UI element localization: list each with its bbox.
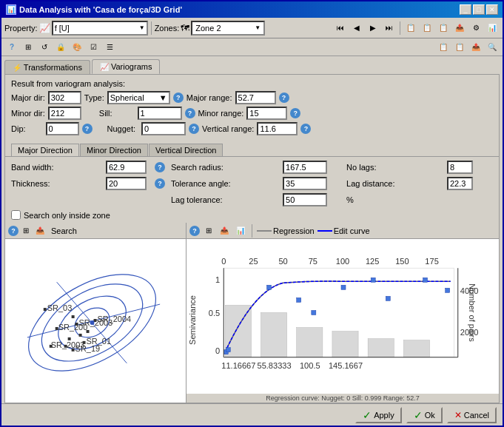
type-combo-arrow: ▼ xyxy=(159,93,167,102)
regression-line-sample xyxy=(257,230,272,232)
no-lags-label: No lags: xyxy=(346,163,443,172)
tolerance-angle-label: Tolerance angle: xyxy=(171,179,278,188)
vertical-range-help-icon[interactable]: ? xyxy=(300,124,311,134)
zoom-button[interactable]: 🔍 xyxy=(485,40,500,55)
type-combo[interactable]: Spherical ▼ xyxy=(107,91,170,104)
ok-check-icon: ✓ xyxy=(414,409,423,421)
svg-rect-57 xyxy=(386,296,390,300)
settings-button[interactable]: ⚙ xyxy=(468,21,483,36)
svg-text:SR_03: SR_03 xyxy=(47,303,72,312)
variogram-icon: 📈 xyxy=(100,63,109,71)
cancel-button[interactable]: ✕ Cancel xyxy=(447,407,497,423)
svg-text:100: 100 xyxy=(336,257,349,266)
lag-tolerance-input[interactable] xyxy=(283,193,327,206)
band-width-help[interactable]: ? xyxy=(155,162,165,172)
export-button[interactable]: 📤 xyxy=(452,21,467,36)
band-width-input[interactable] xyxy=(106,161,147,174)
nav-first-button[interactable]: ⏮ xyxy=(333,21,348,36)
chart-grid-icon[interactable]: ⊞ xyxy=(203,225,215,237)
major-range-help-icon[interactable]: ? xyxy=(279,93,289,103)
major-dir-row: Major dir: Type: Spherical ▼ ? Major ran… xyxy=(11,91,493,104)
major-dir-input[interactable] xyxy=(48,91,81,104)
color-button[interactable]: 🎨 xyxy=(70,40,84,55)
search-export-icon[interactable]: 📤 xyxy=(33,225,47,237)
major-range-input[interactable] xyxy=(235,91,276,104)
nav-last-button[interactable]: ⏭ xyxy=(382,21,397,36)
nugget-help-icon[interactable]: ? xyxy=(189,124,199,134)
copy-button[interactable]: 📋 xyxy=(403,21,418,36)
minor-range-help-icon[interactable]: ? xyxy=(290,108,300,118)
nav-prev-button[interactable]: ◀ xyxy=(349,21,364,36)
zones-combo[interactable]: Zone 2 ▼ xyxy=(191,21,265,36)
paste-button[interactable]: 📋 xyxy=(436,40,451,55)
ok-button[interactable]: ✓ Ok xyxy=(406,407,443,423)
edit-curve-legend-label: Edit curve xyxy=(334,226,370,235)
property-toolbar: Property: 📈 f [U] ▼ Zones: 🗺 Zone 2 ▼ ⏮ … xyxy=(1,18,503,38)
tab-variograms[interactable]: 📈 Variograms xyxy=(92,59,161,74)
property-combo-arrow: ▼ xyxy=(139,24,145,31)
property-combo[interactable]: f [U] ▼ xyxy=(52,21,148,36)
edit-curve-line-sample xyxy=(317,230,332,232)
tolerance-angle-input[interactable] xyxy=(283,177,327,190)
chart-view: 0 25 50 75 100 125 150 175 4000 xyxy=(187,239,499,394)
type-help-icon[interactable]: ? xyxy=(173,93,184,103)
thickness-help[interactable]: ? xyxy=(155,178,165,189)
dir-tab-minor[interactable]: Minor Direction xyxy=(80,144,148,156)
chart-export-icon[interactable]: 📤 xyxy=(218,225,231,237)
copy4-button[interactable]: 📤 xyxy=(468,40,483,55)
no-lags-input[interactable] xyxy=(447,161,473,174)
sill-label: Sill: xyxy=(99,109,112,118)
stats-button[interactable]: 📊 xyxy=(485,21,500,36)
lock-button[interactable]: 🔒 xyxy=(53,40,68,55)
help-button[interactable]: ? xyxy=(4,40,19,55)
dip-help-icon[interactable]: ? xyxy=(82,124,93,134)
maximize-button[interactable]: □ xyxy=(473,4,485,15)
separator xyxy=(151,21,152,35)
search-panel: ? ⊞ 📤 Search xyxy=(5,223,187,403)
sill-help-icon[interactable]: ? xyxy=(185,108,195,118)
svg-rect-46 xyxy=(297,328,323,357)
svg-rect-24 xyxy=(72,349,75,352)
checkmark-button[interactable]: ☑ xyxy=(86,40,101,55)
dip-label: Dip: xyxy=(11,124,26,133)
dir-tab-major[interactable]: Major Direction xyxy=(11,144,79,156)
secondary-toolbar: ? ⊞ ↺ 🔒 🎨 ☑ ☰ 📋 📋 📤 🔍 xyxy=(1,38,503,56)
copy2-button[interactable]: 📋 xyxy=(420,21,434,36)
apply-button[interactable]: ✓ Apply xyxy=(355,407,402,423)
minor-range-input[interactable] xyxy=(246,107,287,120)
close-button[interactable]: ✕ xyxy=(486,4,498,15)
copy3-button[interactable]: 📋 xyxy=(436,21,451,36)
svg-text:SR_2004: SR_2004 xyxy=(97,315,131,323)
thickness-input[interactable] xyxy=(106,177,147,190)
minimize-button[interactable]: _ xyxy=(460,4,471,15)
svg-rect-45 xyxy=(261,312,286,357)
search-zone-checkbox[interactable] xyxy=(11,210,21,220)
chart-help-icon[interactable]: ? xyxy=(189,226,200,236)
nav-next-button[interactable]: ▶ xyxy=(366,21,380,36)
search-help-icon[interactable]: ? xyxy=(8,226,19,236)
vertical-range-input[interactable] xyxy=(257,122,298,135)
search-grid-icon[interactable]: ⊞ xyxy=(20,225,32,237)
lag-distance-input[interactable] xyxy=(447,177,473,190)
tab-transformations[interactable]: ⚡ Transformations xyxy=(4,60,90,74)
dir-tab-vertical[interactable]: Vertical Direction xyxy=(149,144,224,156)
list-button[interactable]: ☰ xyxy=(102,40,117,55)
search-radius-input[interactable] xyxy=(283,161,327,174)
svg-text:0: 0 xyxy=(215,346,220,355)
minor-dir-input[interactable] xyxy=(48,107,81,120)
paste2-button[interactable]: 📋 xyxy=(452,40,467,55)
regression-legend-label: Regression xyxy=(273,226,315,235)
refresh-button[interactable]: ↺ xyxy=(37,40,52,55)
title-bar: 📊 Data Analysis with 'Casa de força/3D G… xyxy=(1,1,503,18)
dip-input[interactable] xyxy=(46,122,79,135)
chart-bar-icon[interactable]: 📊 xyxy=(234,225,247,237)
zones-label: Zones: xyxy=(155,24,180,33)
sill-input[interactable] xyxy=(138,107,182,120)
grid-button[interactable]: ⊞ xyxy=(21,40,36,55)
svg-text:145.1667: 145.1667 xyxy=(329,361,363,370)
nugget-input[interactable] xyxy=(141,122,186,135)
svg-rect-15 xyxy=(79,334,82,337)
svg-rect-17 xyxy=(56,327,58,330)
svg-text:100.5: 100.5 xyxy=(300,361,320,370)
content-area: Result from variogram analysis: Major di… xyxy=(4,74,500,403)
